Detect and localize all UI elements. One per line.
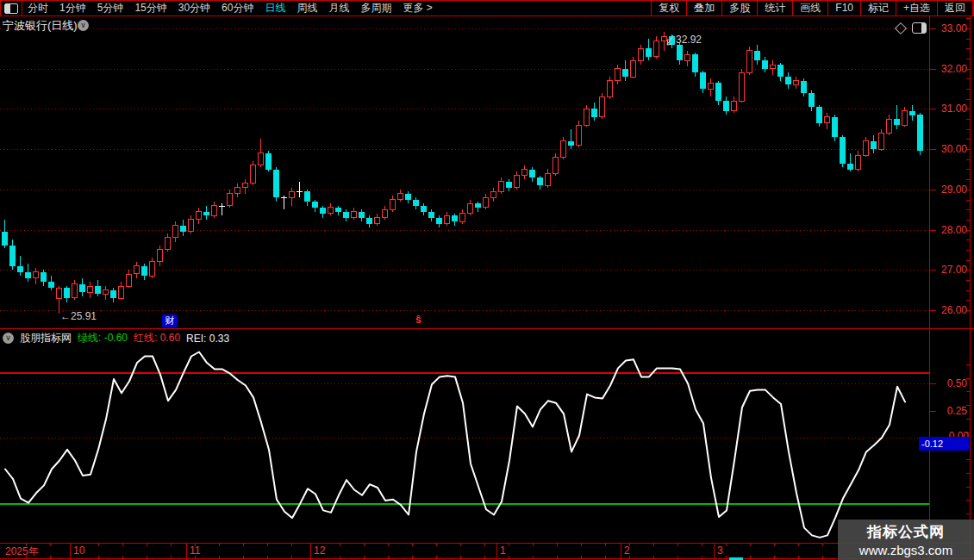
month-label: 2 — [624, 544, 630, 557]
indicator-axis-label: 0.50 — [931, 377, 967, 389]
chevron-down-icon[interactable]: ∨ — [78, 20, 89, 31]
indicator-header: ∨ 股朋指标网 绿线: -0.60 红线: 0.60 REI: 0.33 — [3, 331, 229, 345]
price-axis-label: 32.00 — [931, 63, 967, 75]
month-label: 1 — [500, 544, 506, 557]
watermark-url: www.zbgs3.com — [838, 543, 974, 557]
month-label: 3 — [717, 544, 723, 557]
dividend-marker: ŝ — [415, 314, 421, 326]
indicator-rei-value: REI: 0.33 — [186, 333, 229, 345]
app-window: 分时1分钟5分钟15分钟30分钟60分钟日线周线月线多周期更多 > 复权叠加多股… — [0, 0, 974, 560]
chevron-down-icon[interactable]: ∨ — [3, 333, 14, 344]
current-value-box: -0.12 — [919, 437, 969, 451]
low-annotation: ←25.91 — [60, 310, 97, 322]
price-axis-label: 30.00 — [931, 143, 967, 155]
price-axis-label: 33.00 — [931, 22, 967, 34]
price-axis-label: 29.00 — [931, 184, 967, 196]
price-axis-label: 28.00 — [931, 224, 967, 236]
month-label: 10 — [73, 544, 84, 557]
chart-title: 宁波银行(日线) — [3, 18, 78, 34]
indicator-red-value: 红线: 0.60 — [134, 331, 180, 345]
indicator-green-value: 绿线: -0.60 — [78, 331, 128, 345]
indicator-axis-label: 0.25 — [931, 405, 967, 417]
panel-toggle-icon[interactable] — [912, 22, 927, 34]
watermark-title: 指标公式网 — [838, 522, 974, 542]
indicator-source: 股朋指标网 — [20, 331, 72, 345]
high-annotation: 32.92 — [676, 34, 702, 46]
price-axis-label: 26.00 — [931, 304, 967, 316]
watermark: 指标公式网 www.zbgs3.com — [838, 520, 974, 560]
price-axis-label: 31.00 — [931, 103, 967, 115]
year-label: 2025年 — [5, 544, 39, 559]
month-label: 11 — [190, 544, 200, 557]
candlestick-chart[interactable]: 32.92←25.91 — [0, 0, 974, 560]
price-axis-label: 27.00 — [931, 264, 967, 276]
month-label: 12 — [314, 544, 325, 557]
news-marker[interactable]: 财 — [162, 314, 178, 327]
